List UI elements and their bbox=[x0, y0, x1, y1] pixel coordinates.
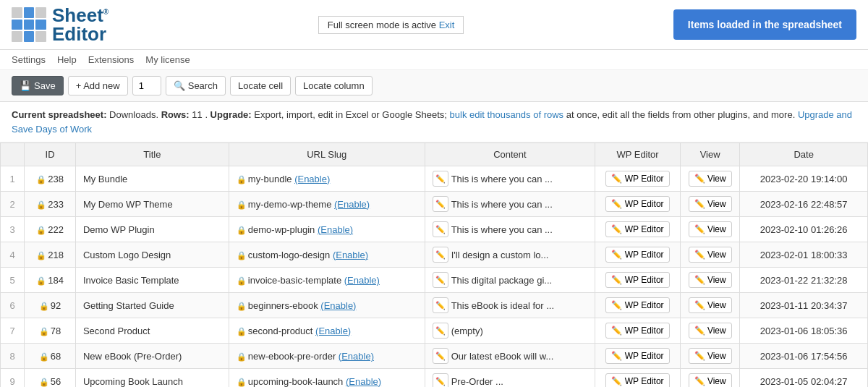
cell-title: Upcoming Book Launch bbox=[75, 369, 229, 388]
content-edit-button[interactable]: ✏️ bbox=[433, 196, 448, 212]
content-edit-button[interactable]: ✏️ bbox=[433, 221, 448, 237]
wp-editor-button[interactable]: ✏️ WP Editor bbox=[605, 373, 669, 387]
cell-id: 🔒222 bbox=[25, 217, 76, 242]
rows-label: Rows: bbox=[161, 109, 190, 120]
view-button[interactable]: ✏️ View bbox=[689, 297, 732, 313]
grid-cell bbox=[12, 7, 22, 18]
cell-title: My Demo WP Theme bbox=[75, 192, 229, 217]
table-row: 4 🔒218 Custom Logo Design 🔒custom-logo-d… bbox=[1, 242, 868, 268]
rows-count: 11 bbox=[192, 109, 202, 120]
wp-editor-button[interactable]: ✏️ WP Editor bbox=[605, 272, 669, 288]
content-edit-button[interactable]: ✏️ bbox=[433, 323, 448, 339]
row-number: 6 bbox=[1, 293, 25, 318]
wp-editor-button[interactable]: ✏️ WP Editor bbox=[605, 247, 669, 263]
content-text: Pre-Order ... bbox=[451, 376, 503, 387]
locate-cell-button[interactable]: Locate cell bbox=[230, 76, 291, 95]
table-row: 5 🔒184 Invoice Basic Template 🔒invoice-b… bbox=[1, 268, 868, 293]
enable-link[interactable]: (Enable) bbox=[344, 275, 380, 286]
search-button[interactable]: 🔍 Search bbox=[166, 76, 226, 95]
wp-editor-button[interactable]: ✏️ WP Editor bbox=[605, 171, 669, 187]
view-button[interactable]: ✏️ View bbox=[689, 196, 732, 212]
exit-fullscreen-link[interactable]: Exit bbox=[439, 20, 455, 30]
content-edit-button[interactable]: ✏️ bbox=[433, 373, 448, 387]
content-edit-button[interactable]: ✏️ bbox=[433, 272, 448, 288]
enable-link[interactable]: (Enable) bbox=[320, 300, 356, 311]
cell-wpeditor: ✏️ WP Editor bbox=[595, 192, 681, 217]
view-button[interactable]: ✏️ View bbox=[689, 272, 732, 288]
cell-date: 2023-02-16 22:48:57 bbox=[740, 192, 868, 217]
slug-lock-icon: 🔒 bbox=[237, 200, 247, 209]
table-body: 1 🔒238 My Bundle 🔒my-bundle (Enable) ✏️ … bbox=[1, 166, 868, 388]
wp-editor-button[interactable]: ✏️ WP Editor bbox=[605, 323, 669, 339]
cell-slug: 🔒new-ebook-pre-order (Enable) bbox=[229, 344, 425, 369]
locate-column-button[interactable]: Locate column bbox=[295, 76, 373, 95]
wp-editor-button[interactable]: ✏️ WP Editor bbox=[605, 297, 669, 313]
table-row: 1 🔒238 My Bundle 🔒my-bundle (Enable) ✏️ … bbox=[1, 166, 868, 192]
table-row: 9 🔒56 Upcoming Book Launch 🔒upcoming-boo… bbox=[1, 369, 868, 388]
cell-view: ✏️ View bbox=[680, 192, 739, 217]
wp-editor-button[interactable]: ✏️ WP Editor bbox=[605, 348, 669, 364]
info-bar: Current spreadsheet: Downloads. Rows: 11… bbox=[0, 102, 868, 143]
content-edit-button[interactable]: ✏️ bbox=[433, 297, 448, 313]
upgrade-text: Export, import, edit in Excel or Google … bbox=[254, 109, 447, 120]
lock-icon: 🔒 bbox=[39, 302, 49, 310]
row-number-input[interactable] bbox=[132, 76, 161, 95]
col-header-slug: URL Slug bbox=[229, 143, 425, 166]
slug-lock-icon: 🔒 bbox=[237, 226, 247, 234]
content-text: This digital package gi... bbox=[451, 275, 552, 286]
row-number: 8 bbox=[1, 344, 25, 369]
row-number: 2 bbox=[1, 192, 25, 217]
nav-settings[interactable]: Settings bbox=[12, 54, 46, 65]
cell-id: 🔒233 bbox=[25, 192, 76, 217]
enable-link[interactable]: (Enable) bbox=[346, 376, 381, 387]
view-button[interactable]: ✏️ View bbox=[689, 247, 732, 263]
cell-view: ✏️ View bbox=[680, 293, 739, 318]
wp-editor-button[interactable]: ✏️ WP Editor bbox=[605, 221, 669, 237]
view-button[interactable]: ✏️ View bbox=[689, 348, 732, 364]
slug-lock-icon: 🔒 bbox=[237, 276, 247, 285]
cell-title: Custom Logo Design bbox=[75, 242, 229, 268]
items-loaded-button[interactable]: Items loaded in the spreadsheet bbox=[673, 9, 856, 40]
wp-editor-button[interactable]: ✏️ WP Editor bbox=[605, 196, 669, 212]
view-button[interactable]: ✏️ View bbox=[689, 171, 732, 187]
view-button[interactable]: ✏️ View bbox=[689, 373, 732, 387]
content-edit-button[interactable]: ✏️ bbox=[433, 171, 448, 187]
cell-slug: 🔒my-demo-wp-theme (Enable) bbox=[229, 192, 425, 217]
bulk-edit-link[interactable]: bulk edit thousands of rows bbox=[450, 109, 564, 120]
row-number: 5 bbox=[1, 268, 25, 293]
view-button[interactable]: ✏️ View bbox=[689, 221, 732, 237]
add-new-button[interactable]: + Add new bbox=[68, 76, 128, 95]
cell-wpeditor: ✏️ WP Editor bbox=[595, 293, 681, 318]
upgrade-label: Upgrade: bbox=[210, 109, 252, 120]
cell-date: 2023-01-06 17:54:56 bbox=[740, 344, 868, 369]
cell-content: ✏️ Our latest eBook will w... bbox=[425, 344, 595, 369]
cell-slug: 🔒my-bundle (Enable) bbox=[229, 166, 425, 192]
enable-link[interactable]: (Enable) bbox=[294, 174, 330, 184]
cell-id: 🔒68 bbox=[25, 344, 76, 369]
content-text: Our latest eBook will w... bbox=[451, 351, 554, 362]
enable-link[interactable]: (Enable) bbox=[318, 224, 353, 235]
enable-link[interactable]: (Enable) bbox=[339, 351, 374, 362]
cell-wpeditor: ✏️ WP Editor bbox=[595, 318, 681, 344]
nav-my-license[interactable]: My license bbox=[145, 54, 190, 65]
view-button[interactable]: ✏️ View bbox=[689, 323, 732, 339]
save-button[interactable]: 💾 Save bbox=[12, 76, 64, 95]
cell-wpeditor: ✏️ WP Editor bbox=[595, 242, 681, 268]
top-bar: Sheet® Editor Full screen mode is active… bbox=[0, 0, 868, 50]
table-row: 7 🔒78 Second Product 🔒second-product (En… bbox=[1, 318, 868, 344]
slug-lock-icon: 🔒 bbox=[237, 251, 247, 260]
cell-slug: 🔒custom-logo-design (Enable) bbox=[229, 242, 425, 268]
enable-link[interactable]: (Enable) bbox=[315, 326, 351, 336]
cell-id: 🔒56 bbox=[25, 369, 76, 388]
nav-help[interactable]: Help bbox=[57, 54, 77, 65]
content-edit-button[interactable]: ✏️ bbox=[433, 247, 448, 263]
cell-id: 🔒184 bbox=[25, 268, 76, 293]
grid-cell bbox=[35, 20, 46, 30]
enable-link[interactable]: (Enable) bbox=[333, 250, 368, 260]
nav-extensions[interactable]: Extensions bbox=[88, 54, 135, 65]
lock-icon: 🔒 bbox=[39, 352, 49, 361]
enable-link[interactable]: (Enable) bbox=[334, 199, 370, 210]
grid-cell bbox=[35, 7, 46, 18]
content-edit-button[interactable]: ✏️ bbox=[433, 348, 448, 364]
logo-area: Sheet® Editor bbox=[12, 6, 109, 43]
